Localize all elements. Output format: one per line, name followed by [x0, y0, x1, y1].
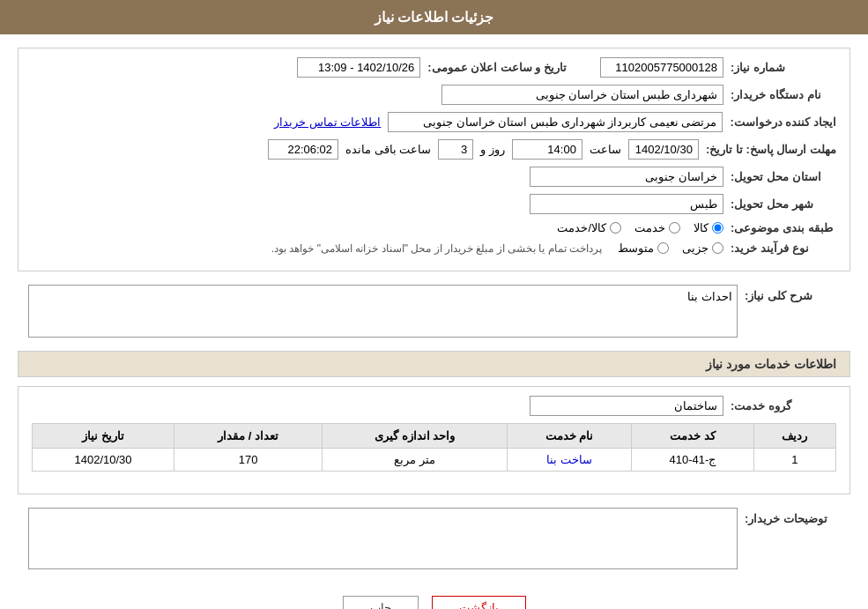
- radio-kala-khedmat-label: کالا/خدمت: [557, 221, 606, 234]
- contact-info-link[interactable]: اطلاعات تماس خریدار: [274, 115, 381, 129]
- row-general-desc: شرح کلی نیاز: احداث بنا: [18, 285, 850, 338]
- col-qty: تعداد / مقدار: [174, 424, 323, 449]
- service-info-section: گروه خدمت: ساختمان ردیف کد خدمت نام خدمت…: [18, 386, 850, 494]
- buyer-org-label: نام دستگاه خریدار:: [731, 88, 836, 101]
- cell-date: 1402/10/30: [33, 449, 174, 472]
- footer-buttons: بازگشت چاپ: [18, 583, 850, 609]
- page-wrapper: جزئیات اطلاعات نیاز شماره نیاز: 11020057…: [0, 0, 868, 609]
- need-number-value: 1102005775000128: [600, 57, 723, 78]
- process-radio-group: جزیی متوسط: [618, 241, 723, 255]
- deadline-remaining-label: ساعت باقی مانده: [345, 143, 431, 156]
- row-city: شهر محل تحویل: طبس: [32, 194, 836, 214]
- table-row: 1ج-41-410ساخت بنامتر مربع1701402/10/30: [33, 449, 836, 472]
- announcement-datetime-label: تاریخ و ساعت اعلان عمومی:: [427, 61, 567, 74]
- announcement-datetime-value: 1402/10/26 - 13:09: [297, 57, 420, 78]
- deadline-remaining: 22:06:02: [268, 139, 338, 160]
- service-table-section: ردیف کد خدمت نام خدمت واحد اندازه گیری ت…: [32, 423, 836, 472]
- page-header: جزئیات اطلاعات نیاز: [0, 0, 868, 34]
- row-service-group: گروه خدمت: ساختمان: [32, 396, 836, 416]
- deadline-label: مهلت ارسال پاسخ: تا تاریخ:: [706, 143, 836, 156]
- radio-jozee-input[interactable]: [712, 242, 723, 254]
- table-header-row: ردیف کد خدمت نام خدمت واحد اندازه گیری ت…: [33, 424, 836, 449]
- general-desc-value: احداث بنا: [28, 285, 738, 338]
- page-title: جزئیات اطلاعات نیاز: [375, 10, 494, 25]
- row-buyer-desc: توضیحات خریدار:: [18, 508, 850, 569]
- cell-quantity: 170: [174, 449, 323, 472]
- need-number-label: شماره نیاز:: [731, 61, 836, 74]
- radio-kala[interactable]: کالا: [694, 221, 723, 234]
- deadline-days-label: روز و: [480, 143, 505, 156]
- service-group-value: ساختمان: [530, 396, 723, 416]
- cell-name: ساخت بنا: [507, 449, 631, 472]
- service-table: ردیف کد خدمت نام خدمت واحد اندازه گیری ت…: [32, 423, 836, 472]
- city-label: شهر محل تحویل:: [731, 197, 836, 211]
- radio-motavasset-input[interactable]: [657, 242, 669, 254]
- radio-motavasset-label: متوسط: [618, 241, 654, 255]
- city-value: طبس: [530, 194, 723, 214]
- buyer-desc-value: [28, 508, 738, 569]
- col-unit: واحد اندازه گیری: [323, 424, 508, 449]
- classification-label: طبقه بندی موضوعی:: [731, 221, 836, 234]
- general-desc-label: شرح کلی نیاز:: [745, 285, 850, 302]
- radio-kala-input[interactable]: [712, 222, 723, 234]
- radio-khedmat-input[interactable]: [669, 222, 680, 234]
- deadline-time-label: ساعت: [590, 143, 621, 156]
- main-content: شماره نیاز: 1102005775000128 تاریخ و ساع…: [0, 34, 868, 609]
- province-value: خراسان جنوبی: [530, 167, 723, 187]
- radio-khedmat[interactable]: خدمت: [634, 221, 680, 234]
- service-section-title: اطلاعات خدمات مورد نیاز: [18, 351, 850, 377]
- creator-label: ایجاد کننده درخواست:: [730, 115, 836, 129]
- service-group-label: گروه خدمت:: [731, 399, 836, 412]
- col-code: کد خدمت: [632, 424, 753, 449]
- cell-row: 1: [753, 449, 836, 472]
- radio-jozee[interactable]: جزیی: [682, 241, 723, 255]
- back-button[interactable]: بازگشت: [432, 596, 526, 609]
- classification-radio-group: کالا خدمت کالا/خدمت: [557, 221, 723, 234]
- buyer-desc-label: توضیحات خریدار:: [745, 508, 850, 525]
- deadline-date: 1402/10/30: [628, 139, 699, 160]
- col-row: ردیف: [753, 424, 836, 449]
- row-creator: ایجاد کننده درخواست: مرتضی نعیمی کاربردا…: [32, 112, 836, 132]
- province-label: استان محل تحویل:: [731, 170, 836, 183]
- deadline-time: 14:00: [512, 139, 582, 160]
- row-classification: طبقه بندی موضوعی: کالا خدمت کالا/خدمت: [32, 221, 836, 234]
- row-process: نوع فرآیند خرید: جزیی متوسط پرداخت تمام …: [32, 241, 836, 255]
- radio-khedmat-label: خدمت: [634, 221, 665, 234]
- radio-motavasset[interactable]: متوسط: [618, 241, 669, 255]
- row-province: استان محل تحویل: خراسان جنوبی: [32, 167, 836, 187]
- row-deadline: مهلت ارسال پاسخ: تا تاریخ: 1402/10/30 سا…: [32, 139, 836, 160]
- col-name: نام خدمت: [507, 424, 631, 449]
- buyer-org-value: شهرداری طبس استان خراسان جنوبی: [441, 85, 723, 105]
- print-button[interactable]: چاپ: [343, 596, 419, 609]
- process-note: پرداخت تمام یا بخشی از مبلغ خریدار از مح…: [271, 242, 602, 255]
- deadline-days: 3: [438, 139, 473, 160]
- radio-jozee-label: جزیی: [682, 241, 708, 255]
- radio-kala-khedmat[interactable]: کالا/خدمت: [557, 221, 621, 234]
- creator-value: مرتضی نعیمی کاربرداز شهرداری طبس استان خ…: [388, 112, 723, 132]
- radio-kala-khedmat-input[interactable]: [610, 222, 621, 234]
- info-section: شماره نیاز: 1102005775000128 تاریخ و ساع…: [18, 48, 850, 271]
- cell-code: ج-41-410: [632, 449, 753, 472]
- process-label: نوع فرآیند خرید:: [731, 241, 836, 255]
- row-buyer-org: نام دستگاه خریدار: شهرداری طبس استان خرا…: [32, 85, 836, 105]
- col-date: تاریخ نیاز: [33, 424, 174, 449]
- cell-unit: متر مربع: [323, 449, 508, 472]
- row-need-number: شماره نیاز: 1102005775000128 تاریخ و ساع…: [32, 57, 836, 78]
- radio-kala-label: کالا: [694, 221, 708, 234]
